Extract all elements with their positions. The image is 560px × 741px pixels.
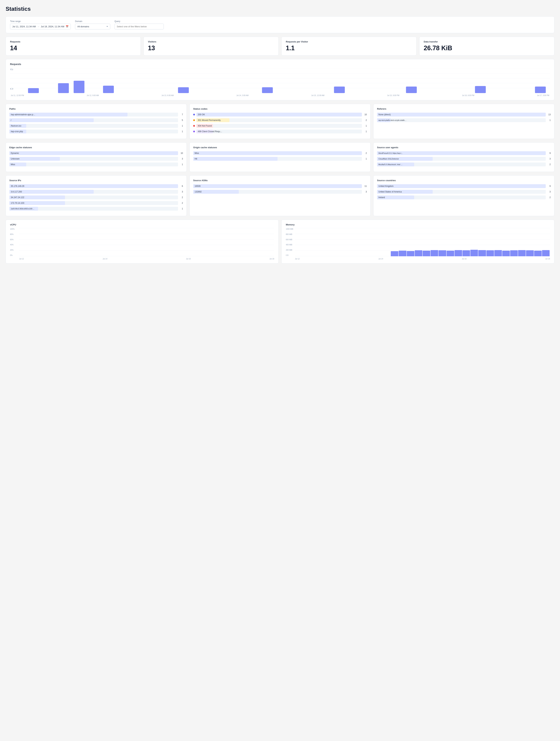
status-count-2: 1 — [363, 125, 367, 127]
asn-count-1: 3 — [363, 191, 367, 193]
memory-bar — [502, 251, 510, 256]
ip-bar-4: 2a06:98c0:360b:b950:e169:a2d8:ee89:28b9 — [9, 207, 178, 211]
memory-x-3: Jul 18 — [545, 258, 550, 260]
page-title: Statistics — [6, 6, 554, 12]
country-label-2: Ireland — [379, 196, 385, 199]
ip-row-2: 34.247.24.122 2 — [9, 196, 183, 199]
x-label-7: Jul 17, 3:00 PM — [537, 94, 549, 96]
path-count-0: 7 — [179, 113, 183, 116]
asn-count-0: 11 — [363, 185, 367, 187]
edge-cache-panel: Edge cache statuses Dynamic 10 Unknown 3… — [6, 142, 187, 172]
path-row-1: / 5 — [9, 118, 183, 122]
vcpu-y-5: 0% — [10, 254, 18, 256]
vcpu-y-0: 100% — [10, 228, 18, 230]
path-bar-0: /wp-admin/admin-ajax.php — [9, 113, 178, 117]
requests-chart-area: 5 0 Jul 11, 12:00 PM Jul 12, 9:00 AM Jul… — [10, 68, 550, 96]
requests-chart-card: Requests 5 0 Jul 11, 12:00 PM Ju — [6, 59, 554, 100]
country-row-2: Ireland 2 — [377, 196, 551, 199]
memory-bar — [455, 250, 462, 256]
memory-bar — [430, 250, 438, 256]
agent-label-1: Cloudflare-SSLDetector — [379, 158, 399, 160]
vcpu-x-2: Jul 16 — [186, 258, 191, 260]
x-label-4: Jul 15, 12:00 AM — [311, 94, 324, 96]
memory-bar — [407, 251, 414, 256]
status-label-2: 404 Not Found — [198, 125, 212, 127]
ip-bar-2: 34.247.24.122 — [9, 196, 178, 199]
memory-bar — [415, 250, 422, 256]
origin-count-0: 2 — [363, 152, 367, 154]
vcpu-y-1: 80% — [10, 233, 18, 235]
country-row-1: United States of America 3 — [377, 190, 551, 194]
stat-visitors: Visitors 13 — [144, 37, 278, 56]
vcpu-x-0: Jul 12 — [19, 258, 24, 260]
asn-bar-1: 132892 — [193, 190, 362, 194]
ip-row-3: 172.70.14.103 2 — [9, 201, 183, 205]
memory-bar — [534, 251, 542, 256]
agent-bar-1: Cloudflare-SSLDetector — [377, 157, 546, 161]
memory-x-axis: Jul 12 Jul 14 Jul 16 Jul 18 — [295, 258, 550, 260]
asn-label-0: 16509 — [194, 185, 201, 187]
source-asns-panel: Source ASNs 16509 11 132892 3 — [189, 176, 371, 216]
status-dot-1 — [193, 119, 195, 121]
memory-y-2: 600 MiB — [286, 239, 294, 241]
memory-bars — [295, 228, 550, 256]
status-row-1: 301 Moved Permanently 2 — [193, 118, 367, 122]
date-end: Jul 18, 2024, 11:34 AM — [41, 25, 64, 28]
memory-title: Memory — [286, 223, 550, 226]
x-label-3: Jul 14, 3:00 AM — [236, 94, 248, 96]
ip-label-0: 35.176.149.29 — [11, 185, 24, 187]
memory-y-4: 200 MiB — [286, 249, 294, 251]
domain-select[interactable]: All domains — [75, 24, 110, 29]
ip-label-1: 3.8.117.200 — [11, 191, 22, 193]
source-countries-panel: Source countries United Kingdom 9 United… — [373, 176, 554, 216]
x-label-0: Jul 11, 12:00 PM — [11, 94, 24, 96]
time-range-label: Time range — [10, 20, 71, 22]
stat-data-transfer: Data transfer 26.78 KiB — [419, 37, 554, 56]
ip-bar-3: 172.70.14.103 — [9, 201, 178, 205]
calendar-icon: 📅 — [66, 25, 69, 28]
memory-bar — [470, 250, 478, 256]
domain-group: Domain All domains — [75, 20, 110, 29]
svg-rect-7 — [28, 88, 39, 93]
path-count-3: 1 — [179, 130, 183, 133]
svg-rect-8 — [58, 83, 69, 93]
ip-bar-0: 35.176.149.29 — [9, 184, 178, 188]
ip-count-3: 2 — [179, 202, 183, 204]
vcpu-chart-card: vCPU 100% 80% 60% 40% 20% 0% — [6, 220, 278, 264]
edge-row-0: Dynamic 10 — [9, 151, 183, 155]
memory-x-2: Jul 16 — [462, 258, 467, 260]
memory-bar — [463, 250, 470, 256]
date-range-picker[interactable]: Jul 11, 2024, 11:34 AM → Jul 18, 2024, 1… — [10, 24, 71, 29]
vcpu-x-3: Jul 18 — [269, 258, 274, 260]
svg-rect-15 — [475, 86, 486, 93]
query-input[interactable] — [114, 24, 164, 29]
referer-bar-1: wp-test-platfo-test-xzzpb.statik-stg.spa… — [377, 118, 546, 122]
vcpu-y-2: 60% — [10, 239, 18, 241]
x-label-2: Jul 13, 6:00 AM — [161, 94, 174, 96]
asn-bar-0: 16509 — [193, 184, 362, 188]
svg-text:5: 5 — [10, 69, 13, 70]
stat-rpv-label: Requests per Visitor — [286, 40, 412, 43]
row-paths-status-referers: Paths /wp-admin/admin-ajax.php 7 / 5 /fa… — [6, 104, 554, 139]
agent-row-1: Cloudflare-SSLDetector 3 — [377, 157, 551, 161]
status-label-3: 499 Client Closed Request — [198, 130, 222, 133]
status-bar-0: 200 OK — [196, 113, 362, 117]
query-group: Query — [114, 20, 164, 29]
stat-rpv-value: 1.1 — [286, 45, 412, 52]
origin-bar-1: Hit — [193, 157, 362, 161]
date-arrow-icon: → — [37, 25, 39, 28]
agent-count-0: 9 — [547, 152, 551, 154]
referers-panel: Referers None (direct) 13 wp-test-platfo… — [373, 104, 554, 139]
edge-count-2: 1 — [179, 163, 183, 166]
agent-label-2: Mozilla/5.0 (Macintosh; Intel Mac OS X 1… — [379, 163, 403, 165]
svg-rect-10 — [103, 86, 114, 93]
referer-row-1: wp-test-platfo-test-xzzpb.statik-stg.spa… — [377, 118, 551, 122]
status-bar-1: 301 Moved Permanently — [196, 118, 362, 122]
referers-title: Referers — [377, 108, 551, 110]
path-row-0: /wp-admin/admin-ajax.php 7 — [9, 113, 183, 117]
svg-rect-9 — [74, 81, 84, 93]
requests-chart-svg: 5 0 — [10, 68, 550, 93]
status-bar-3: 499 Client Closed Request — [196, 130, 362, 133]
memory-bar — [526, 250, 534, 256]
asn-row-0: 16509 11 — [193, 184, 367, 188]
